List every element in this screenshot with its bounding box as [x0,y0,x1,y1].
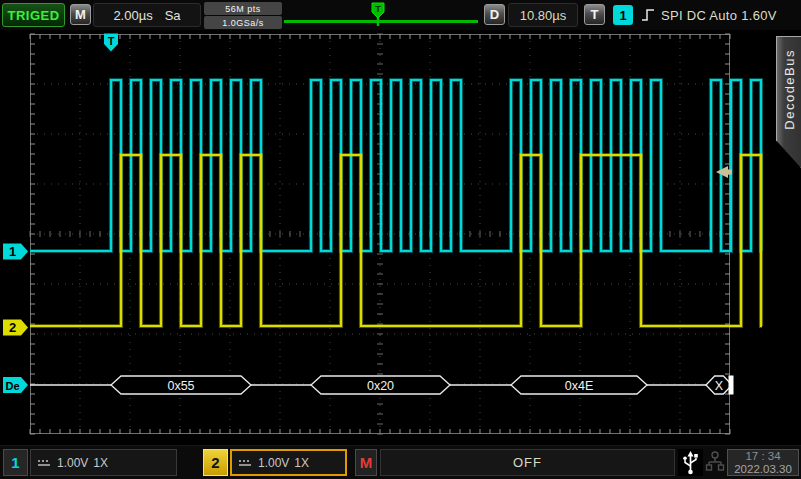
trigger-status-badge: TRIGED [2,3,65,27]
decode-tab-label: DecodeBus [782,49,797,130]
usb-icon [681,450,700,475]
ch2-ground-badge[interactable]: 2 [3,320,28,336]
datetime-box: 17 : 34 2022.03.30 [727,449,799,476]
trigger-delay-value[interactable]: 10.80µs [508,3,578,27]
rising-edge-icon [641,7,657,23]
ch1-scale: 1.00V [57,456,88,470]
ch2-settings-box-selected[interactable]: 1.00V 1X [230,449,347,476]
svg-text:0x4E: 0x4E [565,379,594,393]
usb-status [678,449,703,476]
timebase-value: 2.00µs [113,8,152,23]
ch2-badge[interactable]: 2 [203,449,228,476]
top-status-bar: TRIGED M 2.00µs Sa 56M pts 1.0GSa/s T D … [0,0,801,30]
scope-display: 0x550x200x4EXT12De [0,0,801,479]
svg-text:De: De [5,380,19,392]
ch2-probe: 1X [294,456,309,470]
svg-text:T: T [108,35,115,47]
ch1-ground-badge[interactable]: 1 [3,244,28,260]
memory-trigger-pin-icon[interactable]: T [370,1,386,29]
dc-coupling-icon [238,457,253,469]
trigger-source-badge[interactable]: 1 [613,5,633,25]
clock-date: 2022.03.30 [734,463,792,476]
trigger-position-flag[interactable]: T [104,34,118,52]
ch1-probe: 1X [93,456,108,470]
bottom-status-bar: 1 1.00V 1X 2 1.00V 1X M OFF [0,445,801,479]
sample-mode-label: Sa [165,8,181,23]
sample-rate-label: 1.0GSa/s [204,16,282,29]
svg-text:1: 1 [9,244,16,259]
trigger-menu-badge[interactable]: T [584,4,605,25]
math-status-box[interactable]: OFF [380,449,675,476]
horizontal-menu-badge[interactable]: M [70,4,91,25]
lan-status [704,449,726,476]
clock-time: 17 : 34 [745,450,780,463]
trigger-settings-text: SPI DC Auto 1.60V [661,0,777,30]
svg-text:T: T [375,4,381,14]
svg-text:2: 2 [9,320,16,335]
delay-menu-badge[interactable]: D [484,4,505,25]
ch1-badge[interactable]: 1 [3,449,28,476]
lan-icon [705,450,725,475]
timebase-box[interactable]: 2.00µs Sa [93,3,201,27]
svg-text:0x55: 0x55 [167,379,194,393]
svg-text:X: X [715,379,724,393]
math-badge[interactable]: M [355,449,377,476]
memory-depth-label: 56M pts [204,2,282,15]
ch2-scale: 1.00V [258,456,289,470]
dc-coupling-icon [37,457,52,469]
svg-text:0x20: 0x20 [367,379,394,393]
decode-ground-badge[interactable]: De [3,377,28,393]
ch1-settings-box[interactable]: 1.00V 1X [30,449,177,476]
decode-bus-row: 0x550x200x4EX [30,376,734,395]
